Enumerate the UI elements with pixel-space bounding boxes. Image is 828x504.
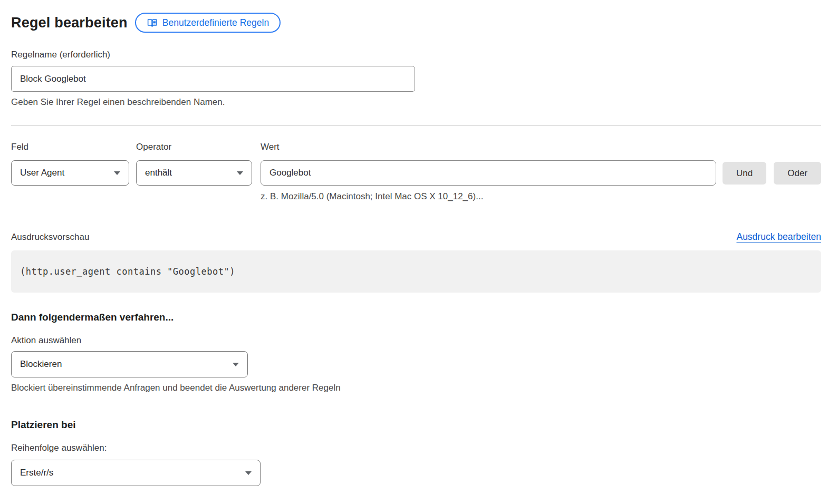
order-select-value: Erste/r/s <box>20 468 53 478</box>
chevron-down-icon <box>114 171 120 175</box>
placement-section: Platzieren bei Reihenfolge auswählen: Er… <box>11 419 821 486</box>
and-button[interactable]: Und <box>723 162 766 185</box>
placement-heading: Platzieren bei <box>11 419 821 431</box>
chevron-down-icon <box>245 471 252 475</box>
placement-label: Reihenfolge auswählen: <box>11 442 821 454</box>
rule-name-section: Regelname (erforderlich) Geben Sie Ihrer… <box>11 49 821 108</box>
operator-label: Operator <box>136 141 252 153</box>
action-help: Blockiert übereinstimmende Anfragen und … <box>11 382 821 394</box>
expression-code: (http.user_agent contains "Googlebot") <box>20 266 235 277</box>
edit-expression-link[interactable]: Ausdruck bearbeiten <box>736 231 821 243</box>
custom-rules-badge-label: Benutzerdefinierte Regeln <box>162 17 269 28</box>
rule-name-label: Regelname (erforderlich) <box>11 49 821 61</box>
value-group: Wert z. B. Mozilla/5.0 (Macintosh; Intel… <box>261 141 716 202</box>
field-select-value: User Agent <box>20 168 64 178</box>
section-divider <box>11 125 821 126</box>
field-select[interactable]: User Agent <box>11 160 129 186</box>
page-header: Regel bearbeiten Benutzerdefinierte Rege… <box>11 13 821 33</box>
book-icon <box>147 17 158 28</box>
order-select[interactable]: Erste/r/s <box>11 460 261 486</box>
field-group: Feld User Agent <box>11 141 129 186</box>
action-select[interactable]: Blockieren <box>11 351 248 377</box>
edit-rule-page: Regel bearbeiten Benutzerdefinierte Rege… <box>0 0 828 504</box>
chevron-down-icon <box>237 171 243 175</box>
expression-preview-label: Ausdrucksvorschau <box>11 231 89 243</box>
operator-select-value: enthält <box>145 168 172 178</box>
expression-code-block: (http.user_agent contains "Googlebot") <box>11 250 821 293</box>
expression-preview-header: Ausdrucksvorschau Ausdruck bearbeiten <box>11 231 821 243</box>
value-help: z. B. Mozilla/5.0 (Macintosh; Intel Mac … <box>261 191 716 202</box>
value-label: Wert <box>261 141 716 153</box>
action-section: Dann folgendermaßen verfahren... Aktion … <box>11 311 821 394</box>
logic-buttons: Und Oder <box>723 160 821 185</box>
action-label: Aktion auswählen <box>11 335 821 346</box>
chevron-down-icon <box>233 363 239 366</box>
rule-name-help: Geben Sie Ihrer Regel einen beschreibend… <box>11 96 821 108</box>
custom-rules-badge[interactable]: Benutzerdefinierte Regeln <box>135 13 281 33</box>
condition-row: Feld User Agent Operator enthält Wert z.… <box>11 141 821 202</box>
rule-name-input[interactable] <box>11 66 415 92</box>
field-label: Feld <box>11 141 129 153</box>
action-select-value: Blockieren <box>20 359 62 370</box>
value-input[interactable] <box>261 160 716 186</box>
action-heading: Dann folgendermaßen verfahren... <box>11 311 821 324</box>
operator-select[interactable]: enthält <box>136 160 252 186</box>
page-title: Regel bearbeiten <box>11 15 128 31</box>
operator-group: Operator enthält <box>136 141 252 186</box>
or-button[interactable]: Oder <box>774 162 821 185</box>
